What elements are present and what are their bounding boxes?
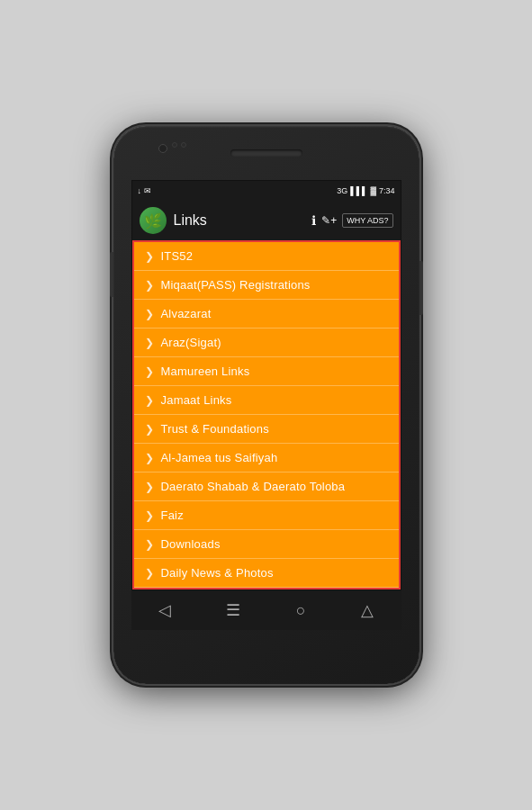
links-list-container[interactable]: ❯ ITS52 ❯ Miqaat(PASS) Registrations ❯ A… — [132, 240, 401, 590]
chevron-icon: ❯ — [145, 394, 154, 407]
list-item[interactable]: ❯ Araz(Sigat) — [134, 328, 399, 357]
home-button[interactable]: ☰ — [219, 593, 248, 627]
list-item-label: Mamureen Links — [161, 364, 250, 378]
info-button[interactable]: ℹ — [311, 213, 316, 228]
volume-button — [110, 252, 113, 297]
list-item[interactable]: ❯ SBUT — [134, 588, 399, 590]
chevron-icon: ❯ — [145, 538, 154, 551]
list-item[interactable]: ❯ Daily News & Photos — [134, 559, 399, 588]
earpiece-speaker — [230, 149, 302, 157]
status-bar: ↓ ✉ 3G ▌▌▌ ▓ 7:34 — [132, 181, 401, 201]
app-logo: 🌿 — [140, 207, 167, 234]
chevron-icon: ❯ — [145, 279, 154, 292]
list-item-label: Downloads — [161, 537, 221, 551]
list-item-label: Araz(Sigat) — [161, 336, 221, 349]
edit-add-button[interactable]: ✎+ — [321, 214, 337, 227]
list-item[interactable]: ❯ Mamureen Links — [134, 357, 399, 386]
sensors — [172, 142, 186, 148]
list-item-label: Al-Jamea tus Saifiyah — [161, 451, 278, 464]
search-button[interactable]: ○ — [289, 594, 313, 627]
list-item-label: ITS52 — [161, 249, 194, 263]
app-title: Links — [174, 212, 305, 229]
front-camera — [158, 144, 167, 153]
chevron-icon: ❯ — [145, 509, 154, 522]
list-item-label: Alvazarat — [161, 307, 212, 320]
status-right-icons: 3G ▌▌▌ ▓ 7:34 — [337, 186, 394, 195]
list-item-label: Daerato Shabab & Daerato Toloba — [161, 480, 346, 493]
phone-body: ↓ ✉ 3G ▌▌▌ ▓ 7:34 🌿 Links — [113, 126, 419, 684]
chevron-icon: ❯ — [145, 567, 154, 580]
battery-icon: ▓ — [370, 186, 376, 195]
list-item-label: Trust & Foundations — [161, 422, 269, 436]
phone-screen: ↓ ✉ 3G ▌▌▌ ▓ 7:34 🌿 Links — [131, 180, 401, 590]
chevron-icon: ❯ — [145, 365, 154, 378]
menu-button[interactable]: △ — [354, 593, 381, 627]
nav-bar: ◁ ☰ ○ △ — [131, 590, 401, 630]
chevron-icon: ❯ — [145, 308, 154, 320]
list-item[interactable]: ❯ Daerato Shabab & Daerato Toloba — [134, 472, 399, 501]
list-item[interactable]: ❯ Jamaat Links — [134, 386, 399, 415]
phone-bottom — [113, 630, 419, 684]
power-button — [419, 261, 423, 315]
list-item[interactable]: ❯ Trust & Foundations — [134, 415, 399, 444]
time-display: 7:34 — [379, 186, 395, 195]
list-item[interactable]: ❯ Alvazarat — [134, 300, 399, 328]
app-bar-actions: ℹ ✎+ WHY ADS? — [311, 213, 392, 228]
chevron-icon: ❯ — [145, 423, 154, 436]
list-item[interactable]: ❯ Faiz — [134, 501, 399, 530]
app-bar: 🌿 Links ℹ ✎+ WHY ADS? — [132, 201, 401, 240]
list-item[interactable]: ❯ Al-Jamea tus Saifiyah — [134, 444, 399, 472]
list-item-label: Daily News & Photos — [161, 566, 274, 580]
list-item-label: Jamaat Links — [161, 393, 232, 407]
back-button[interactable]: ◁ — [151, 593, 178, 627]
phone-wrapper: ↓ ✉ 3G ▌▌▌ ▓ 7:34 🌿 Links — [0, 0, 532, 810]
email-status-icon: ✉ — [144, 186, 151, 195]
signal-icon: ▌▌▌ — [350, 186, 367, 195]
list-item[interactable]: ❯ Downloads — [134, 530, 399, 559]
sensor-dot — [172, 142, 177, 148]
chevron-icon: ❯ — [145, 452, 154, 464]
list-item[interactable]: ❯ ITS52 — [134, 242, 399, 271]
network-icon: 3G — [337, 186, 347, 195]
chevron-icon: ❯ — [145, 481, 154, 493]
list-item-label: Miqaat(PASS) Registrations — [161, 278, 311, 292]
list-item-label: Faiz — [161, 508, 184, 522]
status-left-icons: ↓ ✉ — [138, 186, 152, 195]
list-item[interactable]: ❯ Miqaat(PASS) Registrations — [134, 271, 399, 300]
sensor-dot-2 — [181, 142, 186, 148]
chevron-icon: ❯ — [145, 250, 154, 263]
chevron-icon: ❯ — [145, 337, 154, 349]
why-ads-button[interactable]: WHY ADS? — [342, 213, 392, 228]
download-status-icon: ↓ — [138, 186, 142, 195]
screen-content: ↓ ✉ 3G ▌▌▌ ▓ 7:34 🌿 Links — [132, 181, 401, 590]
phone-top — [113, 126, 419, 180]
